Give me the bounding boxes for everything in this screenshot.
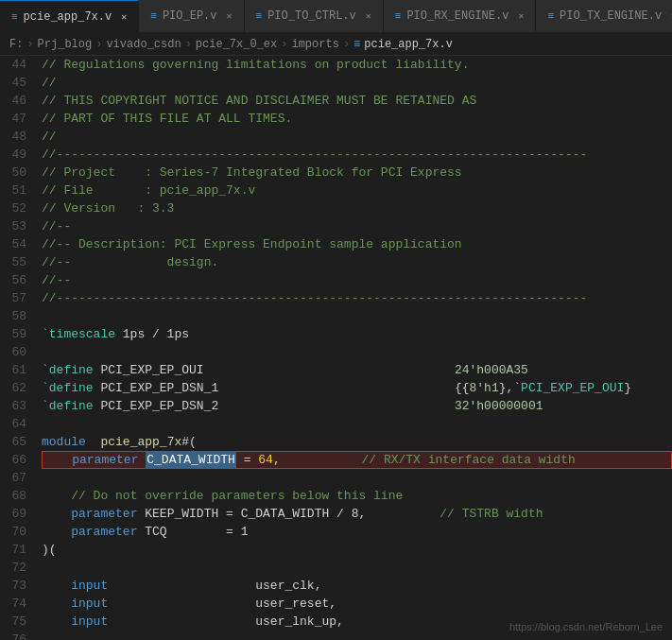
tab-close-pio-rx[interactable]: ✕ bbox=[518, 10, 524, 22]
code-line-73: input user_clk, bbox=[42, 577, 672, 595]
code-line-60 bbox=[42, 343, 672, 361]
code-line-65: module pcie_app_7x#( bbox=[42, 433, 672, 451]
watermark: https://blog.csdn.net/Reborn_Lee bbox=[509, 621, 663, 632]
code-line-47: // PART OF THIS FILE AT ALL TIMES. bbox=[42, 110, 672, 128]
tab-label-pio-tx: PIO_TX_ENGINE.v bbox=[560, 9, 662, 23]
breadcrumb-pcie-7x[interactable]: pcie_7x_0_ex bbox=[196, 38, 277, 51]
tab-icon-pio-rx: ≡ bbox=[395, 10, 402, 22]
code-line-50: // Project : Series-7 Integrated Block f… bbox=[42, 164, 672, 182]
line-numbers: 44 45 46 47 48 49 50 51 52 53 54 55 56 5… bbox=[0, 56, 34, 640]
code-line-70: parameter TCQ = 1 bbox=[42, 523, 672, 541]
tab-label-pcie: pcie_app_7x.v bbox=[24, 10, 112, 24]
code-line-68: // Do not override parameters below this… bbox=[42, 487, 672, 505]
tab-label-pio-ep: PIO_EP.v bbox=[163, 9, 217, 23]
editor: 44 45 46 47 48 49 50 51 52 53 54 55 56 5… bbox=[0, 56, 672, 640]
code-line-58 bbox=[42, 307, 672, 325]
tab-icon-pio-tx: ≡ bbox=[547, 10, 554, 22]
code-line-51: // File : pcie_app_7x.v bbox=[42, 182, 672, 199]
tab-close-pio-ep[interactable]: ✕ bbox=[226, 10, 232, 22]
code-line-59: `timescale 1ps / 1ps bbox=[42, 325, 672, 343]
code-line-54: //-- Description: PCI Express Endpoint s… bbox=[42, 235, 672, 253]
tab-label-pio-rx: PIO_RX_ENGINE.v bbox=[406, 9, 508, 23]
breadcrumb-file-icon: ≡ bbox=[353, 38, 360, 51]
breadcrumb-prj-blog[interactable]: Prj_blog bbox=[38, 38, 93, 51]
tab-pio-ep[interactable]: ≡ PIO_EP.v ✕ bbox=[139, 0, 244, 32]
tab-close-pcie[interactable]: ✕ bbox=[121, 11, 127, 23]
breadcrumb: F: › Prj_blog › vivado_csdn › pcie_7x_0_… bbox=[0, 33, 672, 56]
code-line-72 bbox=[42, 559, 672, 577]
code-line-48: // bbox=[42, 128, 672, 146]
tab-pio-tx-engine[interactable]: ≡ PIO_TX_ENGINE.v ✕ bbox=[536, 0, 672, 32]
code-line-46: // THIS COPYRIGHT NOTICE AND DISCLAIMER … bbox=[42, 92, 672, 110]
code-line-55: //-- design. bbox=[42, 253, 672, 271]
code-line-63: `define PCI_EXP_EP_DSN_2 32'h00000001 bbox=[42, 397, 672, 415]
breadcrumb-file: pcie_app_7x.v bbox=[364, 38, 453, 51]
code-line-69: parameter KEEP_WIDTH = C_DATA_WIDTH / 8,… bbox=[42, 505, 672, 523]
breadcrumb-imports[interactable]: imports bbox=[291, 38, 338, 51]
code-line-74: input user_reset, bbox=[42, 595, 672, 613]
breadcrumb-vivado-csdn[interactable]: vivado_csdn bbox=[106, 38, 181, 51]
code-line-67 bbox=[42, 469, 672, 487]
code-line-62: `define PCI_EXP_EP_DSN_1 {{8'h1},`PCI_EX… bbox=[42, 379, 672, 397]
code-line-49: //--------------------------------------… bbox=[42, 146, 672, 164]
code-line-53: //-- bbox=[42, 217, 672, 235]
tab-pcie-app[interactable]: ≡ pcie_app_7x.v ✕ bbox=[0, 0, 139, 32]
tab-pio-rx-engine[interactable]: ≡ PIO_RX_ENGINE.v ✕ bbox=[384, 0, 537, 32]
code-line-56: //-- bbox=[42, 271, 672, 289]
code-content[interactable]: // Regulations governing limitations on … bbox=[34, 56, 672, 640]
tab-bar: ≡ pcie_app_7x.v ✕ ≡ PIO_EP.v ✕ ≡ PIO_TO_… bbox=[0, 0, 672, 33]
code-line-64 bbox=[42, 415, 672, 433]
code-line-61: `define PCI_EXP_EP_OUI 24'h000A35 bbox=[42, 361, 672, 379]
tab-icon-pcie: ≡ bbox=[11, 11, 18, 23]
tab-close-pio-to-ctrl[interactable]: ✕ bbox=[366, 10, 371, 22]
tab-icon-pio-to-ctrl: ≡ bbox=[256, 10, 263, 22]
code-line-71: )( bbox=[42, 541, 672, 559]
code-line-52: // Version : 3.3 bbox=[42, 199, 672, 217]
code-line-45: // bbox=[42, 74, 672, 92]
code-line-44: // Regulations governing limitations on … bbox=[42, 56, 672, 74]
breadcrumb-f[interactable]: F: bbox=[9, 38, 23, 51]
tab-label-pio-to-ctrl: PIO_TO_CTRL.v bbox=[267, 9, 356, 23]
tab-icon-pio-ep: ≡ bbox=[150, 10, 157, 22]
code-line-57: //--------------------------------------… bbox=[42, 289, 672, 307]
tab-pio-to-ctrl[interactable]: ≡ PIO_TO_CTRL.v ✕ bbox=[245, 0, 384, 32]
code-line-66: parameter C_DATA_WIDTH = 64, // RX/TX in… bbox=[42, 451, 672, 469]
